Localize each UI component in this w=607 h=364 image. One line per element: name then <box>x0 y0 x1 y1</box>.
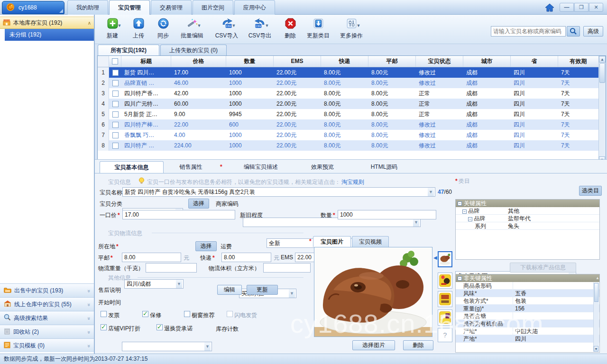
restore-button[interactable]: ❐ <box>574 3 589 12</box>
sync-button[interactable]: 同步 <box>153 18 174 42</box>
express-input[interactable]: 8.00 <box>221 253 271 262</box>
post-input[interactable]: 8.00 <box>122 253 181 262</box>
minimize-button[interactable]: — <box>560 3 574 12</box>
category-choose-button[interactable]: 选择 <box>188 199 209 209</box>
row-checkbox[interactable] <box>109 78 121 88</box>
table-row[interactable]: 7 香飘飘 巧… 4.00 1000 22.00元 8.00元 8.00元 修改… <box>98 130 606 140</box>
row-checkbox[interactable] <box>109 119 121 130</box>
column-header-title[interactable]: 标题 <box>121 56 171 67</box>
download-standard-product-button[interactable]: 下载标准产品信息 <box>510 263 576 273</box>
table-row[interactable]: 1 新货 四川… 17.00 1000 22.00元 8.00元 8.00元 修… <box>98 67 606 78</box>
nonkey-attr-row[interactable]: 产地* 四川 <box>456 335 599 343</box>
table-row[interactable]: 2 品牌直销 … 46.00 1000 22.00元 8.00元 8.00元 修… <box>98 78 606 88</box>
nonkey-attributes-header[interactable]: −非关键属性▲ <box>456 274 599 282</box>
tab-trade-management[interactable]: 交易管理 <box>151 0 192 15</box>
column-header-price[interactable]: 价格 <box>171 56 226 67</box>
thumbnail-placeholder[interactable]: ? <box>438 328 452 342</box>
nonkey-attr-row[interactable]: 风味* 五香 <box>456 290 599 297</box>
row-checkbox[interactable] <box>109 88 121 99</box>
app-logo-button[interactable]: cy1688 <box>2 1 64 14</box>
scroll-down-icon[interactable]: ▼ <box>594 346 598 352</box>
attr-scroll-thumb[interactable] <box>594 283 598 302</box>
collapse-icon[interactable]: ∧ <box>88 20 91 26</box>
dropdown-arrow-icon[interactable]: ▼ <box>428 188 434 196</box>
row-checkbox[interactable] <box>109 67 121 78</box>
column-header-qty[interactable]: 数量 <box>226 56 274 67</box>
sidebar-group-local-items[interactable]: 本地库存宝贝 (192) ∧ <box>0 17 94 29</box>
nonkey-attr-row[interactable]: 商品条形码 <box>456 282 599 290</box>
key-attr-row[interactable]: 系列 兔头 <box>456 222 599 230</box>
thumbnail-1[interactable] <box>438 251 452 267</box>
more-actions-button[interactable]: ▼ 更多操作 <box>337 18 366 42</box>
select-image-button[interactable]: 选择图片 <box>352 340 395 350</box>
thumbnail-2[interactable] <box>438 273 452 289</box>
location-dropdown[interactable]: 四川/成都▼ <box>124 279 184 289</box>
detail-tab-html-source[interactable]: HTML源码 <box>358 161 410 173</box>
detail-tab-basic-info[interactable]: 宝贝基本信息 <box>100 161 164 173</box>
tab-app-center[interactable]: 应用中心 <box>234 0 275 15</box>
column-header-post[interactable]: 平邮 <box>368 56 416 67</box>
taobao-rules-link[interactable]: 淘宝规则 <box>341 178 364 186</box>
collapse-minus-icon[interactable]: − <box>458 276 462 281</box>
qty-input[interactable]: 1000 <box>338 210 436 219</box>
return-promise-checkbox[interactable]: 退换货承诺 <box>156 324 193 333</box>
pick-category-button[interactable]: 选类目 <box>579 186 602 196</box>
aftersale-edit-button[interactable]: 编辑 <box>217 285 242 295</box>
table-row[interactable]: 8 四川特产 … 224.00 1000 22.00元 8.00元 8.00元 … <box>98 140 606 151</box>
vertical-scroll-thumb[interactable] <box>599 63 605 83</box>
new-button[interactable]: ▼ 新建 <box>101 18 123 42</box>
tab-my-assistant[interactable]: 我的助理 <box>67 0 108 15</box>
nonkey-attr-row[interactable]: 是否含糖 <box>456 312 599 320</box>
column-header-express[interactable]: 快递 <box>321 56 368 67</box>
invoice-checkbox[interactable]: 发票 <box>101 311 120 319</box>
weight-input[interactable] <box>146 263 197 273</box>
key-attributes-header[interactable]: −关键属性 <box>456 200 599 207</box>
column-header-city[interactable]: 城市 <box>463 56 511 67</box>
nonkey-attr-row[interactable]: 是否为有机食品 <box>456 320 599 328</box>
csv-import-button[interactable]: CSV ▼ CSV导入 <box>212 18 241 42</box>
tab-image-space[interactable]: 图片空间 <box>193 0 233 15</box>
table-row[interactable]: 6 四川特产棒… 22.00 600 22.00元 8.00元 8.00元 修改… <box>98 119 606 130</box>
aftersale-dropdown[interactable]: ▼ <box>122 342 212 351</box>
media-tab-video[interactable]: 宝贝视频 <box>352 236 389 247</box>
detail-tab-preview[interactable]: 效果预览 <box>296 161 349 173</box>
nonkey-attr-row[interactable]: 重量(g)* 156 <box>456 305 599 312</box>
aftersale-update-button[interactable]: 更新 <box>247 285 278 295</box>
sidebar-item-templates[interactable]: 宝贝模板 (0) » <box>0 338 94 352</box>
vertical-scrollbar[interactable]: ▲ ▼ <box>598 56 606 163</box>
nonkey-attr-row[interactable]: 产地* 中国大陆 <box>456 328 599 335</box>
media-tab-images[interactable]: 宝贝图片 <box>313 236 351 247</box>
vip-discount-checkbox[interactable]: 店铺VIP打折 <box>101 324 140 333</box>
row-checkbox[interactable] <box>109 140 121 151</box>
sidebar-item-advanced-search[interactable]: 高级搜索结果 » <box>0 311 94 325</box>
price-input[interactable]: 17.00 <box>122 210 235 219</box>
thumbnail-4[interactable] <box>438 309 452 326</box>
thumbnail-3[interactable] <box>438 291 452 307</box>
tab-item-management[interactable]: 宝贝管理 <box>109 0 150 15</box>
csv-export-button[interactable]: CSV ▼ CSV导出 <box>246 18 274 42</box>
search-input[interactable] <box>491 28 569 35</box>
row-checkbox[interactable] <box>109 99 121 109</box>
location-choose-button[interactable]: 选择 <box>195 241 217 251</box>
key-attr-row[interactable]: − 品牌 盐帮年代 <box>456 215 599 222</box>
upload-button[interactable]: 上传 <box>128 18 149 42</box>
key-attr-row[interactable]: − 品牌 其他 <box>456 207 599 215</box>
scroll-up-icon[interactable]: ▲ <box>599 56 606 63</box>
column-header-province[interactable]: 省 <box>511 56 558 67</box>
list-tab-failed-items[interactable]: 上传失败的宝贝 (0) <box>160 45 227 55</box>
row-checkbox[interactable] <box>109 130 121 140</box>
advanced-search-button[interactable]: 高级 <box>583 26 603 36</box>
column-header-validity[interactable]: 有效期 <box>558 56 599 67</box>
column-header-status[interactable]: 宝贝状态 <box>416 56 463 67</box>
delete-image-button[interactable]: 删除 <box>403 340 433 350</box>
table-row[interactable]: 5 5月新货 正… 9.00 9945 22.00元 8.00元 8.00元 正… <box>98 109 606 119</box>
search-button[interactable] <box>567 26 580 36</box>
row-checkbox[interactable] <box>109 109 121 119</box>
attr-scrollbar[interactable]: ▼ <box>593 282 599 352</box>
window-recommend-checkbox[interactable]: 橱窗推荐 <box>184 311 214 319</box>
collapse-minus-icon[interactable]: − <box>458 201 462 206</box>
warranty-checkbox[interactable]: 保修 <box>142 311 161 319</box>
detail-tab-edit-description[interactable]: 编辑宝贝描述 <box>230 161 292 173</box>
list-tab-all-items[interactable]: 所有宝贝(192) <box>98 45 159 55</box>
item-name-input[interactable]: 新货 四川特产 自贡冷吃兔头 无香味156g 真空2只装▼ <box>122 187 435 197</box>
